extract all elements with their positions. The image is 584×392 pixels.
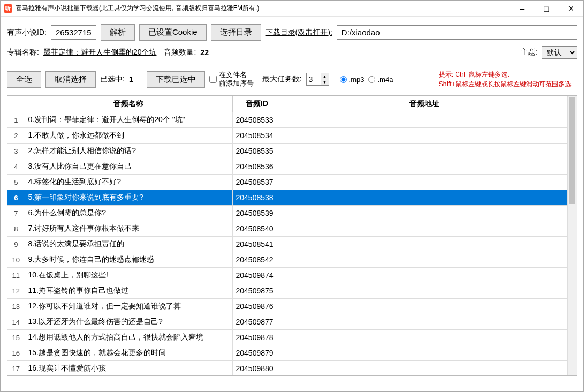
- cell-id[interactable]: 204508539: [232, 206, 282, 221]
- m4a-radio[interactable]: [368, 76, 375, 83]
- table-row[interactable]: 10.发刊词：墨菲定律：避开人生倒霉的20个 "坑"204508533: [7, 112, 567, 128]
- cell-name[interactable]: 11.掩耳盗铃的事你自己也做过: [25, 283, 232, 299]
- prefix-checkbox-wrap[interactable]: 在文件名 前添加序号: [209, 71, 254, 87]
- cell-id[interactable]: 204509874: [232, 268, 282, 283]
- cell-url[interactable]: [282, 237, 567, 252]
- table-row[interactable]: 1615.越是贪图快速的，就越会花更多的时间204509879: [7, 345, 567, 361]
- cell-id[interactable]: 204508535: [232, 144, 282, 159]
- cell-id[interactable]: 204509880: [232, 361, 282, 376]
- cell-name[interactable]: 5.第一印象对你来说到底有多重要?: [25, 190, 232, 206]
- prefix-checkbox[interactable]: [209, 76, 217, 83]
- max-tasks-spinner[interactable]: ▲ ▼: [306, 73, 329, 86]
- cell-url[interactable]: [282, 128, 567, 144]
- table-row[interactable]: 1514.想用诋毁他人的方式抬高自己，很快就会陷入窘境204509878: [7, 330, 567, 345]
- cell-url[interactable]: [282, 175, 567, 190]
- table-row[interactable]: 1716.现实让不懂爱筋小孩204509880: [7, 361, 567, 376]
- download-dir-label[interactable]: 下载目录(双击打开):: [266, 28, 332, 37]
- cell-id[interactable]: 204508540: [232, 221, 282, 237]
- cell-id[interactable]: 204508533: [232, 112, 282, 128]
- audio-table-scroll[interactable]: 音频名称 音频ID 音频地址 10.发刊词：墨菲定律：避开人生倒霉的20个 "坑…: [7, 96, 567, 375]
- table-row[interactable]: 1110.在饭桌上，别聊这些!204509874: [7, 268, 567, 283]
- table-row[interactable]: 87.讨好所有人这件事你根本做不来204508540: [7, 221, 567, 237]
- minimize-button[interactable]: ‒: [510, 1, 534, 17]
- table-row[interactable]: 32.怎样才能让别人相信你说的话?204508535: [7, 144, 567, 159]
- cell-url[interactable]: [282, 112, 567, 128]
- cell-name[interactable]: 10.在饭桌上，别聊这些!: [25, 268, 232, 283]
- cell-id[interactable]: 204509877: [232, 314, 282, 330]
- cell-name[interactable]: 14.想用诋毁他人的方式抬高自己，很快就会陷入窘境: [25, 330, 232, 345]
- cell-name[interactable]: 0.发刊词：墨菲定律：避开人生倒霉的20个 "坑": [25, 112, 232, 128]
- cell-url[interactable]: [282, 283, 567, 299]
- cell-url[interactable]: [282, 252, 567, 268]
- max-tasks-input[interactable]: [306, 73, 321, 86]
- cell-url[interactable]: [282, 190, 567, 206]
- table-row[interactable]: 1211.掩耳盗铃的事你自己也做过204509875: [7, 283, 567, 299]
- audio-table[interactable]: 音频名称 音频ID 音频地址 10.发刊词：墨菲定律：避开人生倒霉的20个 "坑…: [7, 96, 567, 375]
- mp3-radio[interactable]: [340, 76, 347, 83]
- cell-id[interactable]: 204508538: [232, 190, 282, 206]
- cell-url[interactable]: [282, 221, 567, 237]
- spinner-up-icon[interactable]: ▲: [321, 73, 329, 79]
- cell-id[interactable]: 204509876: [232, 299, 282, 314]
- vertical-scrollbar[interactable]: [567, 96, 577, 375]
- cell-name[interactable]: 8.话说的太满是要承担责任的: [25, 237, 232, 252]
- table-row[interactable]: 54.标签化的生活到底好不好?204508537: [7, 175, 567, 190]
- album-name-value[interactable]: 墨菲定律：避开人生倒霉的20个坑: [43, 48, 157, 57]
- cell-url[interactable]: [282, 330, 567, 345]
- cell-name[interactable]: 16.现实让不懂爱筋小孩: [25, 361, 232, 376]
- cell-url[interactable]: [282, 314, 567, 330]
- cell-id[interactable]: 204508536: [232, 159, 282, 175]
- cell-name[interactable]: 2.怎样才能让别人相信你说的话?: [25, 144, 232, 159]
- col-id[interactable]: 音频ID: [232, 96, 282, 112]
- format-mp3-radio[interactable]: .mp3: [340, 76, 365, 84]
- choose-dir-button[interactable]: 选择目录: [211, 24, 261, 41]
- table-row[interactable]: 21.不敢去做，你永远都做不到204508534: [7, 128, 567, 144]
- table-row[interactable]: 109.大多时候，你连自己的迷惑点都迷惑204508542: [7, 252, 567, 268]
- select-all-button[interactable]: 全选: [7, 71, 41, 88]
- cell-id[interactable]: 204509875: [232, 283, 282, 299]
- table-row[interactable]: 76.为什么倒霉的总是你?204508539: [7, 206, 567, 221]
- cell-name[interactable]: 12.你可以不知道谁对，但一定要知道谁说了算: [25, 299, 232, 314]
- spinner-down-icon[interactable]: ▼: [321, 79, 329, 85]
- col-url[interactable]: 音频地址: [282, 96, 567, 112]
- cell-name[interactable]: 9.大多时候，你连自己的迷惑点都迷惑: [25, 252, 232, 268]
- table-row[interactable]: 43.没有人比你自己更在意你自己204508536: [7, 159, 567, 175]
- cell-id[interactable]: 204509879: [232, 345, 282, 361]
- cell-name[interactable]: 15.越是贪图快速的，就越会花更多的时间: [25, 345, 232, 361]
- cell-url[interactable]: [282, 144, 567, 159]
- table-row[interactable]: 65.第一印象对你来说到底有多重要?204508538: [7, 190, 567, 206]
- close-button[interactable]: ✕: [559, 1, 583, 17]
- maximize-button[interactable]: ◻: [534, 1, 559, 17]
- scrollbar-thumb[interactable]: [569, 97, 575, 204]
- table-row[interactable]: 1312.你可以不知道谁对，但一定要知道谁说了算204509876: [7, 299, 567, 314]
- format-m4a-radio[interactable]: .m4a: [368, 76, 393, 84]
- table-row[interactable]: 1413.以牙还牙为什么最终伤害的还是自己?204509877: [7, 314, 567, 330]
- deselect-button[interactable]: 取消选择: [45, 71, 96, 88]
- cell-url[interactable]: [282, 361, 567, 376]
- cell-url[interactable]: [282, 268, 567, 283]
- download-selected-button[interactable]: 下载已选中: [147, 71, 205, 88]
- col-name[interactable]: 音频名称: [25, 96, 232, 112]
- cell-name[interactable]: 13.以牙还牙为什么最终伤害的还是自己?: [25, 314, 232, 330]
- theme-select[interactable]: 默认: [542, 46, 577, 59]
- cell-url[interactable]: [282, 206, 567, 221]
- cell-url[interactable]: [282, 345, 567, 361]
- novel-id-input[interactable]: [51, 25, 96, 40]
- cell-name[interactable]: 7.讨好所有人这件事你根本做不来: [25, 221, 232, 237]
- download-dir-input[interactable]: [337, 25, 577, 40]
- parse-button[interactable]: 解析: [101, 24, 135, 41]
- cell-name[interactable]: 6.为什么倒霉的总是你?: [25, 206, 232, 221]
- cell-name[interactable]: 1.不敢去做，你永远都做不到: [25, 128, 232, 144]
- cell-url[interactable]: [282, 159, 567, 175]
- cell-id[interactable]: 204508541: [232, 237, 282, 252]
- col-rownum[interactable]: [7, 96, 25, 112]
- cell-id[interactable]: 204509878: [232, 330, 282, 345]
- table-row[interactable]: 98.话说的太满是要承担责任的204508541: [7, 237, 567, 252]
- cell-name[interactable]: 3.没有人比你自己更在意你自己: [25, 159, 232, 175]
- cell-id[interactable]: 204508534: [232, 128, 282, 144]
- cell-id[interactable]: 204508537: [232, 175, 282, 190]
- cell-id[interactable]: 204508542: [232, 252, 282, 268]
- cookie-button[interactable]: 已设置Cookie: [139, 24, 207, 41]
- cell-name[interactable]: 4.标签化的生活到底好不好?: [25, 175, 232, 190]
- cell-url[interactable]: [282, 299, 567, 314]
